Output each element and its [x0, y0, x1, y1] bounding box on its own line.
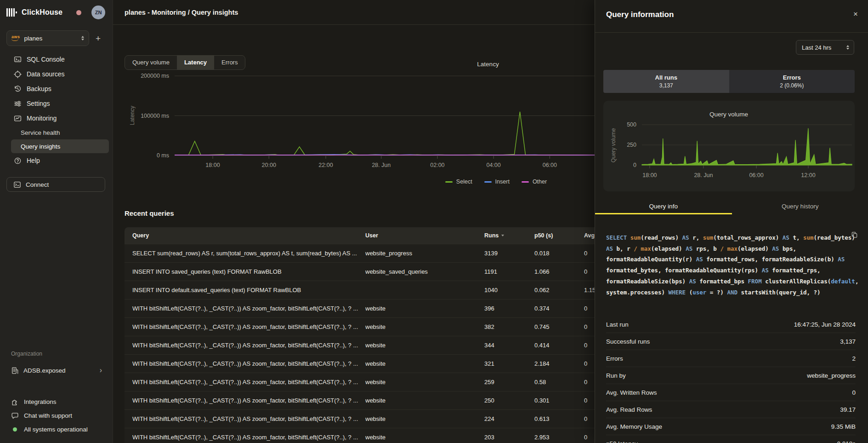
svg-text:100000 ms: 100000 ms: [141, 113, 169, 119]
sql-line: system.processes) WHERE (user = ?) AND s…: [606, 287, 857, 298]
sql-line: SELECT sum(read_rows) AS r, sum(total_ro…: [606, 232, 857, 243]
sql-token: AS: [772, 245, 783, 252]
svg-text:12:00: 12:00: [801, 172, 815, 178]
sql-token: system.processes): [606, 289, 668, 296]
chat-icon: [11, 412, 19, 420]
sql-token: SELECT: [606, 234, 630, 241]
sidebar-item-data-sources[interactable]: Data sources: [0, 67, 113, 81]
settings-icon: [14, 100, 22, 108]
sql-token: AS: [783, 234, 793, 241]
column-header-query[interactable]: Query: [132, 232, 365, 239]
sort-caret-icon: [501, 235, 504, 236]
avatar[interactable]: ZN: [91, 6, 105, 19]
sql-token: bps,: [783, 245, 796, 252]
connect-button[interactable]: Connect: [6, 177, 105, 192]
svg-text:20:00: 20:00: [262, 162, 276, 168]
sql-token: t,: [793, 234, 803, 241]
legend-item-other[interactable]: Other: [522, 178, 547, 185]
sidebar-item-settings[interactable]: Settings: [0, 96, 113, 111]
add-service-button[interactable]: +: [96, 34, 101, 43]
detail-value: 0.018s: [837, 440, 856, 443]
svg-text:Latency: Latency: [129, 106, 136, 125]
tab-query-info[interactable]: Query info: [595, 201, 732, 214]
brand-name: ClickHouse: [22, 8, 62, 17]
sidebar-item-query-insights[interactable]: Query insights: [11, 139, 109, 153]
sql-token: user: [692, 289, 706, 296]
sidebar-item-sql-console[interactable]: SQL Console: [0, 52, 113, 67]
organization-section-label: Organization: [11, 351, 42, 357]
legend-item-insert[interactable]: Insert: [484, 178, 510, 185]
svg-text:250: 250: [627, 142, 636, 148]
sql-token: clusterAllReplicas(: [765, 278, 831, 285]
cell-query: WITH bitShiftLeft(CAST(?..), _CAST(?..))…: [132, 323, 365, 330]
svg-text:18:00: 18:00: [205, 162, 220, 168]
sql-token: max: [727, 245, 738, 252]
close-icon[interactable]: ×: [853, 10, 858, 18]
legend-dash-icon: [445, 181, 453, 183]
sidebar-item-integrations[interactable]: Integrations: [0, 395, 113, 408]
cell-user: website: [365, 342, 484, 349]
sidebar-item-label: Query insights: [21, 143, 60, 150]
sql-token: FROM: [748, 278, 766, 285]
detail-row-avg-read-rows: Avg. Read Rows39.17: [606, 401, 856, 418]
cell-p50: 0.062: [534, 287, 584, 293]
legend-item-select[interactable]: Select: [445, 178, 472, 185]
svg-text:Query volume: Query volume: [610, 128, 617, 162]
sidebar-item-monitoring[interactable]: Monitoring: [0, 111, 113, 126]
column-header-runs[interactable]: Runs: [484, 232, 534, 239]
sql-token: AND: [727, 289, 741, 296]
errors-count: 2 (0.06%): [780, 82, 804, 89]
service-selector[interactable]: aws planes: [6, 30, 89, 46]
cell-user: website: [365, 379, 484, 385]
detail-value: website_progress: [807, 372, 856, 379]
sql-token: AS: [838, 256, 845, 263]
query-details-list: Last run16:47:25, Jun 28 2024Successful …: [606, 316, 856, 443]
cell-p50: 0.018: [534, 250, 584, 257]
sql-token: formatReadableQuantity(r): [606, 256, 696, 263]
svg-text:04:00: 04:00: [486, 162, 500, 168]
clickhouse-logo-icon: [6, 8, 17, 17]
svg-text:0: 0: [633, 162, 636, 168]
data-sources-icon: [14, 70, 22, 78]
legend-label: Other: [533, 178, 547, 185]
detail-row-p50-latency: p50 latency0.018s: [606, 435, 856, 443]
sql-token: formatted_rows, formatReadableSize(b): [706, 256, 838, 263]
time-range-select[interactable]: Last 24 hrs: [796, 40, 854, 55]
column-header-p50-s-[interactable]: p50 (s): [534, 232, 584, 239]
sidebar-item-label: Settings: [27, 100, 50, 107]
legend-label: Insert: [495, 178, 510, 185]
copy-icon[interactable]: [851, 231, 858, 240]
organization-item[interactable]: ADSB.exposed ›: [6, 362, 107, 378]
cell-runs: 3139: [484, 250, 534, 257]
column-header-user[interactable]: User: [365, 232, 484, 239]
cell-runs: 344: [484, 342, 534, 349]
sidebar-item-help[interactable]: Help: [0, 153, 113, 168]
svg-text:22:00: 22:00: [318, 162, 333, 168]
cell-runs: 203: [484, 434, 534, 441]
sidebar-item-label: Integrations: [24, 398, 57, 405]
sidebar-item-service-health[interactable]: Service health: [11, 126, 109, 139]
sidebar-item-chat-with-support[interactable]: Chat with support: [0, 408, 113, 422]
cell-user: website: [365, 323, 484, 330]
sidebar-item-all-systems-operational[interactable]: All systems operational: [0, 422, 113, 436]
sidebar-nav: SQL ConsoleData sourcesBackupsSettingsMo…: [0, 52, 113, 168]
cell-p50: 0.613: [534, 415, 584, 422]
detail-label: Last run: [606, 321, 629, 328]
tab-all-runs[interactable]: All runs 3,137: [603, 70, 729, 93]
detail-value: 16:47:25, Jun 28 2024: [794, 321, 856, 328]
column-header-label: Runs: [484, 232, 499, 239]
sidebar-item-label: Chat with support: [24, 412, 72, 419]
runs-errors-tabs: All runs 3,137 Errors 2 (0.06%): [603, 70, 855, 93]
chevron-updown-icon: [846, 45, 849, 50]
detail-row-last-run: Last run16:47:25, Jun 28 2024: [606, 316, 856, 333]
tab-errors[interactable]: Errors 2 (0.06%): [729, 70, 855, 93]
chevron-right-icon: ›: [100, 366, 102, 374]
sql-token: startsWith(query_id, ?): [741, 289, 821, 296]
tab-query-history[interactable]: Query history: [732, 201, 868, 214]
sql-token: rps, b: [696, 245, 720, 252]
recording-dot-icon[interactable]: [76, 10, 81, 15]
sidebar-item-backups[interactable]: Backups: [0, 81, 113, 96]
service-name: planes: [24, 35, 43, 42]
chevron-updown-icon: [81, 36, 84, 41]
detail-row-avg-written-rows: Avg. Written Rows0: [606, 384, 856, 401]
